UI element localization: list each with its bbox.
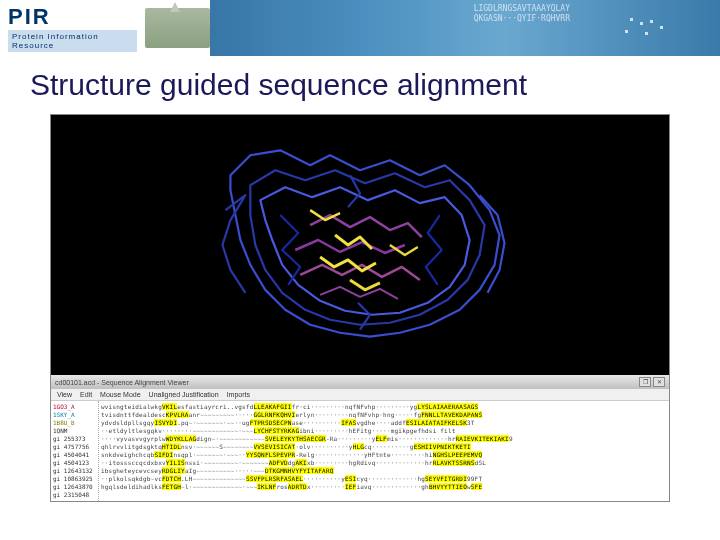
pir-logo-subtitle: Protein Information Resource	[8, 30, 137, 52]
sequence-label[interactable]: 1B8U_B	[53, 419, 96, 427]
sequence-row[interactable]: ····vyvasvvgyrplwWDYKLLAGdign~·~~~~~~~~~…	[101, 435, 667, 443]
alignment-sequences[interactable]: wvisngteidialwkgVKILesfastiayrcri..vgsfd…	[99, 401, 669, 501]
menu-imports[interactable]: Imports	[227, 391, 250, 398]
sequence-row[interactable]: ibsgheteycevcseyRDGLIYaIg~~~~~~~~~~·····…	[101, 467, 667, 475]
sequence-row[interactable]: tvisdnttfdealdescKPVLRAanr~~~~~~~~~·····…	[101, 411, 667, 419]
sequence-label[interactable]: gi 12643870	[53, 483, 96, 491]
sequence-label[interactable]: gi 4757756	[53, 443, 96, 451]
menu-unaligned[interactable]: Unaligned Justification	[149, 391, 219, 398]
alignment-content: 1GO3_A1SKY_A1B8U_B1QNMgi 255373gi 475775…	[51, 401, 669, 501]
banner-left: PIR Protein Information Resource	[0, 0, 210, 56]
sequence-label[interactable]: 1QNM	[53, 427, 96, 435]
sequence-label[interactable]: gi 12643132	[53, 467, 96, 475]
pir-banner: PIR Protein Information Resource LIGDLRN…	[0, 0, 720, 56]
alignment-titlebar[interactable]: cd00101.acd - Sequence Alignment Viewer …	[51, 375, 669, 389]
alignment-title: cd00101.acd - Sequence Alignment Viewer	[55, 379, 189, 386]
sequence-label[interactable]: gi 4504123	[53, 459, 96, 467]
sequence-row[interactable]: ··itosssccqcdxbxvYILISnssi·~~~~~~~~~·~~~…	[101, 459, 667, 467]
sequence-label[interactable]: gi 10863925	[53, 475, 96, 483]
sequence-row[interactable]: snkdveighchcqbSIFDInsqpl·~~~~~~~·~~~··YY…	[101, 451, 667, 459]
sequence-label[interactable]: gi 255373	[53, 435, 96, 443]
viewer-container: cd00101.acd - Sequence Alignment Viewer …	[50, 114, 670, 502]
sequence-row[interactable]: ydvdsldpllsgqyISVYDI.pq~·~~~~~~~·~~··ugF…	[101, 419, 667, 427]
sequence-label[interactable]: gi 4504041	[53, 451, 96, 459]
alignment-viewer-window: cd00101.acd - Sequence Alignment Viewer …	[51, 375, 669, 501]
pir-logo-text: PIR	[8, 4, 137, 30]
sequence-label[interactable]: 1GO3_A	[53, 403, 96, 411]
sequence-label[interactable]: 1SKY_A	[53, 411, 96, 419]
pir-logo: PIR Protein Information Resource	[8, 4, 137, 52]
sequence-label[interactable]: gi 2315048	[53, 491, 96, 499]
banner-dots-deco	[620, 18, 680, 38]
restore-icon[interactable]: ❐	[639, 377, 651, 387]
alignment-menubar: View Edit Mouse Mode Unaligned Justifica…	[51, 389, 669, 401]
sequence-row[interactable]: ··etldyltlesgqkv········~~~~~~~~~~~~·~~~…	[101, 427, 667, 435]
menu-edit[interactable]: Edit	[80, 391, 92, 398]
banner-sequence-deco: LIGDLRNGSAVTAAAYQLAY QKGASN···QYIF·RQHVR…	[474, 4, 570, 24]
sequence-row[interactable]: wvisngteidialwkgVKILesfastiayrcri..vgsfd…	[101, 403, 667, 411]
menu-mouse-mode[interactable]: Mouse Mode	[100, 391, 140, 398]
sequence-row[interactable]: qhlrvvlitgdsgktqHTIDLnsv·~~~~~~S~~~~~~~~…	[101, 443, 667, 451]
3d-structure-view[interactable]	[51, 115, 669, 375]
structure-svg	[51, 115, 669, 375]
page-title: Structure guided sequence alignment	[0, 56, 720, 110]
alignment-labels: 1GO3_A1SKY_A1B8U_B1QNMgi 255373gi 475775…	[51, 401, 99, 501]
sequence-row[interactable]: hgqlsdeldihadlksFETGH~l·~~~~~~~~~~~~~·~~…	[101, 483, 667, 491]
close-icon[interactable]: ✕	[653, 377, 665, 387]
sequence-row[interactable]: ··plkolsqkdgb~vcFDTCH.LH~~~~~~~~~~~~~~SS…	[101, 475, 667, 483]
banner-photo	[145, 8, 210, 48]
menu-view[interactable]: View	[57, 391, 72, 398]
